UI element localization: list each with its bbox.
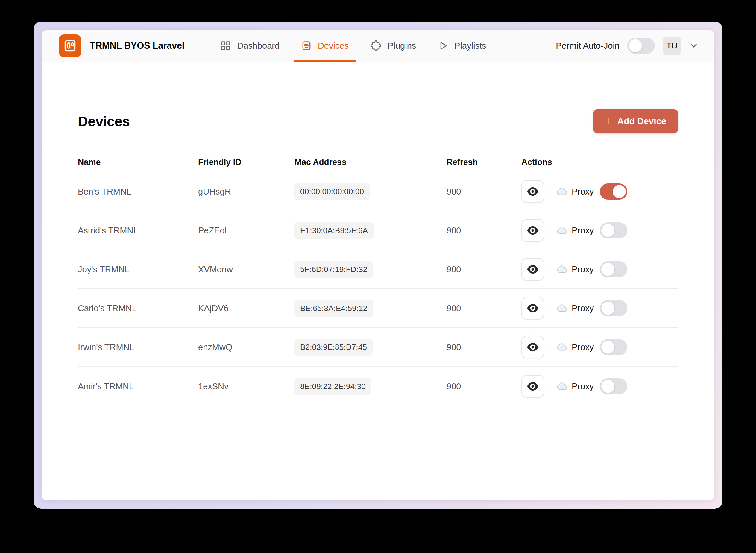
toggle-knob: [613, 185, 626, 198]
cloud-icon: [556, 304, 568, 313]
dashboard-grid-icon: [220, 41, 231, 51]
device-name: Amir's TRMNL: [78, 382, 198, 391]
column-header-refresh: Refresh: [447, 157, 521, 167]
device-refresh: 900: [447, 264, 521, 274]
toggle-knob: [601, 380, 614, 393]
proxy-toggle[interactable]: [600, 339, 627, 355]
mac-address-badge: E1:30:0A:B9:5F:6A: [295, 222, 374, 239]
proxy-control: Proxy: [556, 378, 627, 394]
device-friendly-id: enzMwQ: [198, 342, 295, 352]
proxy-control: Proxy: [556, 339, 627, 355]
toggle-knob: [601, 224, 614, 237]
proxy-label: Proxy: [572, 264, 594, 274]
main-content: Devices + Add Device Name Friendly ID Ma…: [42, 62, 714, 500]
page-title: Devices: [78, 113, 130, 130]
mac-address-badge: 8E:09:22:2E:94:30: [295, 378, 371, 395]
proxy-toggle[interactable]: [600, 222, 627, 238]
eye-icon: [526, 263, 539, 276]
permit-auto-join-label: Permit Auto-Join: [556, 41, 619, 51]
view-device-button[interactable]: [521, 219, 544, 242]
eye-icon: [526, 224, 539, 237]
table-row: Carlo's TRMNL KAjDV6 BE:65:3A:E4:59:12 9…: [78, 289, 678, 328]
toggle-knob: [601, 340, 614, 354]
nav-label-plugins: Plugins: [388, 41, 416, 51]
mac-address-badge: 00:00:00:00:00:00: [295, 183, 370, 200]
devices-list-icon: [301, 41, 312, 51]
device-friendly-id: 1exSNv: [198, 382, 295, 391]
device-refresh: 900: [447, 342, 521, 352]
device-refresh: 900: [447, 226, 521, 236]
view-device-button[interactable]: [521, 297, 544, 320]
eye-icon: [526, 380, 539, 393]
device-name: Astrid's TRMNL: [78, 226, 198, 236]
user-avatar[interactable]: TU: [663, 36, 681, 55]
nav-tab-plugins[interactable]: Plugins: [363, 30, 423, 62]
table-header-row: Name Friendly ID Mac Address Refresh Act…: [78, 153, 678, 172]
proxy-toggle[interactable]: [600, 261, 627, 278]
table-row: Joy's TRMNL XVMonw 5F:6D:07:19:FD:32 900…: [78, 250, 678, 289]
column-header-actions: Actions: [521, 157, 678, 167]
table-row: Astrid's TRMNL PeZEol E1:30:0A:B9:5F:6A …: [78, 211, 678, 250]
device-friendly-id: PeZEol: [198, 226, 295, 236]
proxy-toggle[interactable]: [600, 300, 627, 316]
app-logo: [59, 34, 81, 57]
device-refresh: 900: [447, 382, 521, 391]
mac-address-badge: BE:65:3A:E4:59:12: [295, 300, 373, 317]
proxy-label: Proxy: [572, 187, 594, 196]
trmnl-logo-icon: [63, 38, 78, 53]
device-name: Joy's TRMNL: [78, 264, 198, 274]
proxy-control: Proxy: [556, 222, 627, 238]
cloud-icon: [556, 226, 568, 235]
nav-tab-dashboard[interactable]: Dashboard: [213, 30, 287, 62]
app-window: TRMNL BYOS Laravel Dashboard Devices: [33, 21, 723, 509]
table-row: Amir's TRMNL 1exSNv 8E:09:22:2E:94:30 90…: [78, 367, 678, 406]
proxy-control: Proxy: [556, 300, 627, 316]
proxy-control: Proxy: [556, 261, 627, 278]
page-title-row: Devices + Add Device: [78, 109, 678, 134]
proxy-control: Proxy: [556, 183, 627, 200]
play-icon: [438, 41, 448, 51]
add-device-label: Add Device: [617, 116, 666, 126]
device-refresh: 900: [447, 303, 521, 313]
toggle-knob: [601, 263, 614, 276]
view-device-button[interactable]: [521, 180, 544, 203]
brand-title: TRMNL BYOS Laravel: [90, 41, 184, 51]
chevron-down-icon[interactable]: [689, 41, 698, 51]
nav-tab-playlists[interactable]: Playlists: [430, 30, 493, 62]
view-device-button[interactable]: [521, 375, 544, 398]
proxy-label: Proxy: [572, 382, 594, 391]
view-device-button[interactable]: [521, 258, 544, 281]
cloud-icon: [556, 187, 568, 196]
device-name: Carlo's TRMNL: [78, 303, 198, 313]
proxy-toggle[interactable]: [600, 183, 627, 200]
device-name: Ben's TRMNL: [78, 187, 198, 196]
toggle-knob: [629, 39, 642, 52]
device-name: Irwin's TRMNL: [78, 342, 198, 352]
add-device-button[interactable]: + Add Device: [593, 109, 678, 134]
column-header-friendly-id: Friendly ID: [198, 157, 295, 167]
mac-address-badge: 5F:6D:07:19:FD:32: [295, 261, 373, 278]
table-row: Ben's TRMNL gUHsgR 00:00:00:00:00:00 900…: [78, 172, 678, 211]
column-header-name: Name: [78, 157, 198, 167]
device-friendly-id: XVMonw: [198, 264, 295, 274]
topbar-right-group: Permit Auto-Join TU: [556, 36, 698, 55]
plus-icon: +: [605, 116, 611, 127]
column-header-mac-address: Mac Address: [295, 157, 447, 167]
cloud-icon: [556, 343, 568, 351]
nav-label-dashboard: Dashboard: [237, 41, 280, 51]
nav-tab-devices[interactable]: Devices: [294, 30, 356, 62]
view-device-button[interactable]: [521, 336, 544, 359]
proxy-label: Proxy: [572, 226, 594, 236]
device-refresh: 900: [447, 187, 521, 196]
nav-label-devices: Devices: [318, 41, 349, 51]
app-card: TRMNL BYOS Laravel Dashboard Devices: [42, 30, 714, 500]
cloud-icon: [556, 382, 568, 391]
permit-auto-join-toggle[interactable]: [627, 38, 655, 54]
cloud-icon: [556, 265, 568, 274]
device-friendly-id: KAjDV6: [198, 303, 295, 313]
proxy-label: Proxy: [572, 303, 594, 313]
top-navigation-bar: TRMNL BYOS Laravel Dashboard Devices: [42, 30, 714, 62]
proxy-label: Proxy: [572, 342, 594, 352]
eye-icon: [526, 185, 539, 198]
proxy-toggle[interactable]: [600, 378, 627, 394]
